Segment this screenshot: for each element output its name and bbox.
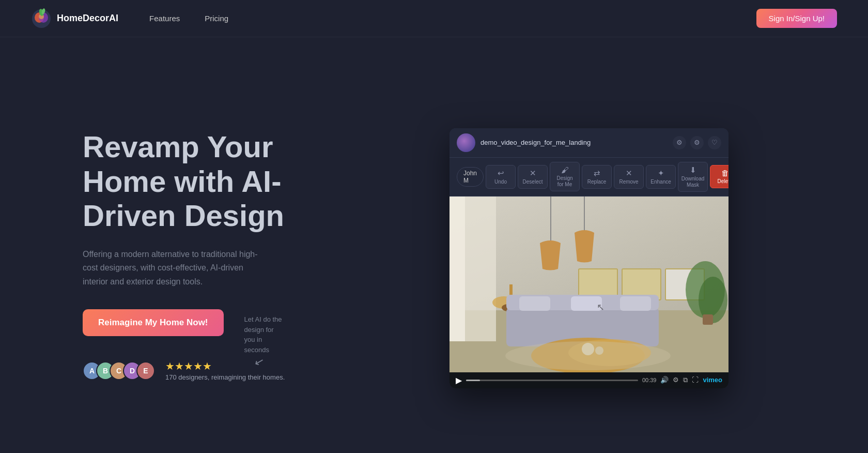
remove-button[interactable]: ✕ Remove [614, 165, 644, 189]
settings2-icon[interactable]: ⚙ [690, 136, 704, 149]
progress-bar[interactable] [466, 380, 638, 381]
social-text: ★★★★★ 170 designers, reimagining their h… [165, 360, 285, 381]
logo-area: HomeDecorAI [31, 8, 118, 29]
hero-left: Revamp Your Home with AI-Driven Design O… [83, 130, 351, 381]
demo-top-icons: ⚙ ⚙ ♡ [673, 136, 721, 149]
replace-button[interactable]: ⇄ Replace [582, 165, 612, 189]
svg-rect-26 [620, 296, 651, 311]
play-button[interactable]: ▶ [456, 375, 462, 385]
sign-in-button[interactable]: Sign In/Sign Up! [756, 9, 837, 28]
download-icon: ⬇ [690, 165, 696, 175]
user-tag: John M [457, 167, 484, 187]
social-count: 170 designers, reimagining their homes. [165, 373, 285, 381]
demo-user-avatar [457, 133, 475, 152]
video-controls: ▶ 00:39 🔊 ⚙ ⧉ ⛶ vimeo [450, 372, 729, 388]
nav-features[interactable]: Features [149, 14, 180, 23]
svg-text:↖: ↖ [597, 302, 605, 312]
hero-title: Revamp Your Home with AI-Driven Design [83, 130, 331, 233]
cta-button[interactable]: Reimagine My Home Now! [83, 309, 224, 336]
delete-icon: 🗑 [721, 169, 729, 177]
demo-topbar: demo_video_design_for_me_landing ⚙ ⚙ ♡ [450, 128, 729, 158]
svg-point-31 [505, 341, 671, 370]
delete-label: Delete [718, 178, 729, 185]
remove-icon: ✕ [626, 169, 632, 178]
ai-note: Let AI do the design for you in seconds … [244, 314, 286, 355]
design-icon: 🖌 [561, 165, 569, 174]
progress-fill [466, 380, 480, 381]
undo-button[interactable]: ↩ Undo [486, 165, 516, 189]
svg-rect-10 [450, 197, 465, 341]
replace-label: Replace [587, 179, 607, 185]
design-label: Design for Me [555, 175, 574, 188]
picture-in-picture-icon[interactable]: ⧉ [683, 376, 688, 384]
demo-window: demo_video_design_for_me_landing ⚙ ⚙ ♡ J… [450, 128, 729, 388]
enhance-button[interactable]: ✦ Enhance [646, 165, 676, 189]
star-rating: ★★★★★ [165, 360, 285, 372]
enhance-label: Enhance [650, 179, 671, 185]
room-svg: ↖ [450, 197, 729, 372]
deselect-icon: ✕ [530, 169, 536, 178]
deselect-label: Deselect [523, 179, 543, 185]
demo-title: demo_video_design_for_me_landing [481, 139, 668, 146]
remove-label: Remove [619, 179, 638, 185]
video-time: 00:39 [642, 377, 657, 383]
deselect-button[interactable]: ✕ Deselect [518, 165, 548, 189]
svg-rect-16 [703, 314, 713, 325]
avatars: A B C D E [83, 361, 150, 380]
replace-icon: ⇄ [594, 169, 600, 178]
social-proof: A B C D E ★★★★★ 170 designers, reimagini… [83, 360, 331, 381]
settings-icon[interactable]: ⚙ [673, 136, 686, 149]
demo-area: demo_video_design_for_me_landing ⚙ ⚙ ♡ J… [351, 123, 827, 388]
hero-cta-row: Reimagine My Home Now! Let AI do the des… [83, 309, 331, 355]
undo-icon: ↩ [498, 169, 504, 178]
nav-pricing[interactable]: Pricing [205, 14, 228, 23]
video-control-icons: 🔊 ⚙ ⧉ ⛶ vimeo [660, 376, 722, 384]
download-mask-button[interactable]: ⬇ Download Mask [678, 162, 708, 192]
download-label: Download Mask [681, 176, 704, 188]
demo-toolbar: John M ↩ Undo ✕ Deselect 🖌 Design for Me [450, 158, 729, 197]
svg-rect-20 [550, 197, 551, 243]
nav-links: Features Pricing [149, 14, 756, 23]
navbar: HomeDecorAI Features Pricing Sign In/Sig… [0, 0, 868, 37]
room-preview: ↖ [450, 197, 729, 372]
enhance-icon: ✦ [658, 169, 664, 178]
main-content: Revamp Your Home with AI-Driven Design O… [0, 37, 868, 453]
volume-icon[interactable]: 🔊 [660, 376, 669, 384]
vimeo-logo: vimeo [703, 376, 722, 384]
avatar: E [136, 361, 155, 380]
design-for-me-button[interactable]: 🖌 Design for Me [550, 162, 580, 191]
heart-icon[interactable]: ♡ [708, 136, 721, 149]
settings-icon[interactable]: ⚙ [673, 376, 679, 384]
logo-text: HomeDecorAI [57, 13, 118, 24]
fullscreen-icon[interactable]: ⛶ [692, 376, 699, 384]
svg-rect-24 [519, 296, 550, 311]
logo-icon [31, 8, 52, 29]
delete-button[interactable]: 🗑 Delete [710, 165, 729, 188]
hero-description: Offering a modern alternative to traditi… [83, 248, 258, 289]
undo-label: Undo [494, 179, 507, 185]
svg-rect-21 [584, 197, 585, 233]
